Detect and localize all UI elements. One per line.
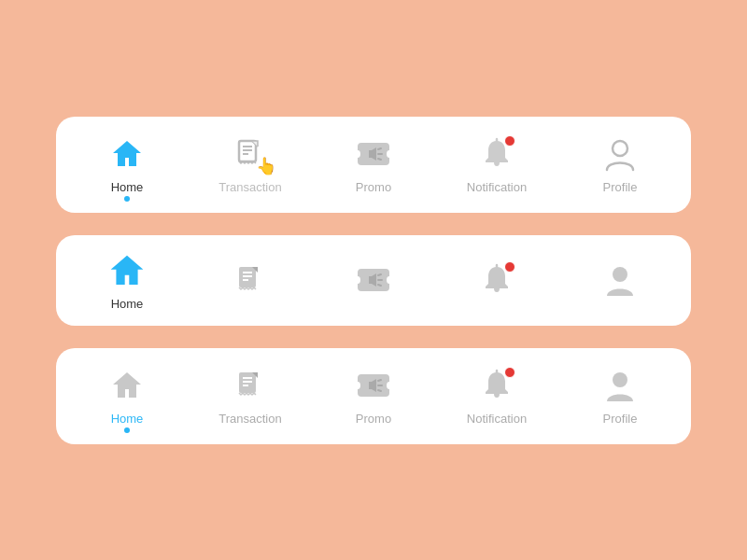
notification-icon xyxy=(476,133,517,175)
nav-item-home-r3[interactable]: Home xyxy=(90,365,164,426)
nav-item-transaction-r1[interactable]: 👆 Transaction xyxy=(213,133,288,194)
nav-item-notification-r1[interactable]: Notification xyxy=(459,133,534,194)
notification-icon-r3 xyxy=(476,365,517,406)
nav-item-home-r1[interactable]: Home xyxy=(90,133,164,194)
svg-line-16 xyxy=(378,285,381,286)
navbar-row1: Home 👆 Transaction xyxy=(56,117,691,213)
promo-icon-r2 xyxy=(353,259,394,301)
notification-badge-r3 xyxy=(504,367,515,378)
profile-icon-r3 xyxy=(599,365,641,406)
transaction-icon-r3 xyxy=(230,365,271,406)
notification-icon-r2 xyxy=(476,259,517,301)
home-icon-r2 xyxy=(106,250,148,291)
home-label-r3: Home xyxy=(111,412,144,426)
profile-label: Profile xyxy=(603,180,638,194)
home-icon-r3 xyxy=(106,365,148,406)
notification-badge-r2 xyxy=(504,261,515,273)
profile-icon-r2 xyxy=(599,259,641,301)
nav-item-promo-r3[interactable]: Promo xyxy=(336,365,411,426)
nav-item-notification-r3[interactable]: Notification xyxy=(459,365,534,426)
nav-item-profile-r2[interactable] xyxy=(583,259,657,301)
notification-label-r3: Notification xyxy=(467,412,527,426)
promo-label-r3: Promo xyxy=(356,412,391,426)
home-label-r2: Home xyxy=(111,297,144,311)
nav-item-promo-r1[interactable]: Promo xyxy=(336,133,411,194)
transaction-icon-r2 xyxy=(230,259,271,301)
svg-point-9 xyxy=(613,141,627,156)
active-dot-r3 xyxy=(124,427,130,433)
svg-line-5 xyxy=(378,148,381,149)
navbar-row2: Home xyxy=(56,235,691,326)
svg-line-23 xyxy=(378,380,381,381)
transaction-label-r3: Transaction xyxy=(218,412,281,426)
active-dot xyxy=(124,196,130,202)
promo-icon xyxy=(353,133,394,175)
notification-label: Notification xyxy=(467,180,527,194)
transaction-label: Transaction xyxy=(218,180,281,194)
navbar-row3: Home Transaction Pro xyxy=(56,348,691,444)
profile-label-r3: Profile xyxy=(603,412,638,426)
nav-item-home-r2[interactable]: Home xyxy=(90,250,164,311)
svg-point-18 xyxy=(613,267,627,282)
nav-item-promo-r2[interactable] xyxy=(336,259,411,301)
notification-badge xyxy=(504,135,515,147)
svg-point-27 xyxy=(613,372,627,387)
home-label: Home xyxy=(111,180,144,194)
nav-item-profile-r1[interactable]: Profile xyxy=(583,133,657,194)
nav-item-transaction-r3[interactable]: Transaction xyxy=(213,365,288,426)
svg-line-25 xyxy=(378,390,381,391)
nav-item-transaction-r2[interactable] xyxy=(213,259,288,301)
promo-label: Promo xyxy=(356,180,391,194)
promo-icon-r3 xyxy=(353,365,394,406)
nav-item-profile-r3[interactable]: Profile xyxy=(583,365,657,426)
transaction-icon: 👆 xyxy=(230,133,271,175)
profile-icon xyxy=(599,133,641,175)
nav-item-notification-r2[interactable] xyxy=(459,259,534,301)
home-icon xyxy=(106,133,148,175)
svg-line-14 xyxy=(378,274,381,275)
svg-line-7 xyxy=(378,159,381,160)
